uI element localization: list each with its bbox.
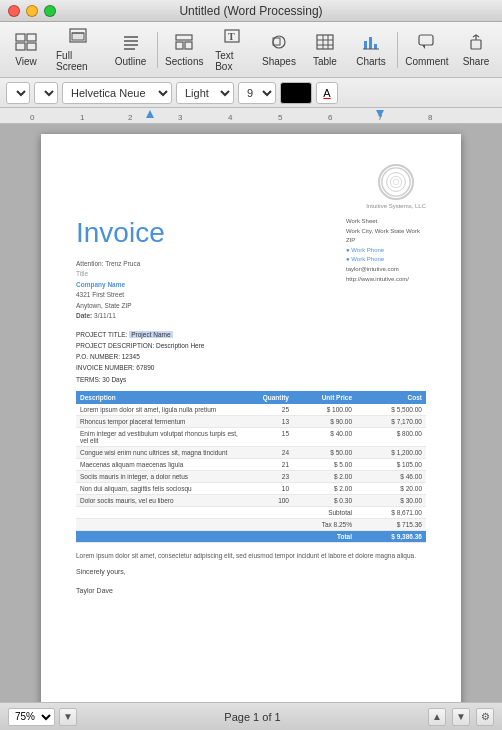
font-size-select[interactable]: 9 bbox=[238, 82, 276, 104]
textbox-icon: T bbox=[222, 27, 242, 48]
subtotal-value: $ 8,671.00 bbox=[356, 506, 426, 518]
subtotal-label: Subtotal bbox=[76, 506, 356, 518]
fullscreen-icon bbox=[68, 27, 88, 48]
svg-rect-11 bbox=[176, 35, 192, 40]
svg-rect-13 bbox=[185, 42, 192, 49]
indent-dropdown[interactable]: a bbox=[34, 82, 58, 104]
project-title-line: PROJECT TITLE: Project Name bbox=[76, 329, 426, 340]
svg-rect-23 bbox=[364, 41, 367, 49]
svg-text:1: 1 bbox=[80, 113, 85, 122]
fullscreen-label: Full Screen bbox=[56, 50, 101, 72]
shapes-label: Shapes bbox=[262, 56, 296, 67]
svg-point-47 bbox=[393, 179, 399, 185]
svg-rect-18 bbox=[317, 35, 333, 49]
table-row: Dolor sociis mauris, vel eu libero100$ 0… bbox=[76, 494, 426, 506]
svg-rect-24 bbox=[369, 37, 372, 49]
svg-marker-28 bbox=[422, 45, 425, 49]
toolbar-shapes[interactable]: Shapes bbox=[257, 26, 301, 74]
table-row: Non dui aliquam, sagittis felis sociosqu… bbox=[76, 482, 426, 494]
svg-rect-29 bbox=[471, 40, 481, 49]
titlebar: Untitled (Word Processing) bbox=[0, 0, 502, 22]
project-po-line: P.O. NUMBER: 12345 bbox=[76, 351, 426, 362]
window-controls bbox=[8, 5, 56, 17]
invoice-table: Description Quantity Unit Price Cost Lor… bbox=[76, 391, 426, 543]
toolbar-textbox[interactable]: T Text Box bbox=[209, 26, 255, 74]
table-row: Sociis mauris in integer, a dolor netus2… bbox=[76, 470, 426, 482]
font-style-select[interactable]: Light bbox=[176, 82, 234, 104]
table-row: Congue wisi enim nunc ultrices sit, magn… bbox=[76, 446, 426, 458]
zoom-down-button[interactable]: ▼ bbox=[59, 708, 77, 726]
sidebar-info: Work Sheet Work City, Work State Work ZI… bbox=[346, 217, 426, 321]
toolbar-outline[interactable]: Outline bbox=[109, 26, 153, 74]
table-icon bbox=[315, 33, 335, 54]
col-cost: Cost bbox=[356, 391, 426, 404]
separator-1 bbox=[157, 32, 158, 68]
table-row: Lorem ipsum dolor sit amet, ligula nulla… bbox=[76, 404, 426, 416]
svg-point-45 bbox=[387, 173, 406, 192]
project-invoice-line: INVOICE NUMBER: 67890 bbox=[76, 362, 426, 373]
prev-page-button[interactable]: ▲ bbox=[428, 708, 446, 726]
tax-label: Tax 8.25% bbox=[76, 518, 356, 530]
outline-label: Outline bbox=[115, 56, 147, 67]
attention-line: Attention: Trenz Pruca bbox=[76, 259, 330, 269]
table-row: Enim integer ad vestibulum volutpat rhon… bbox=[76, 427, 426, 446]
zoom-select[interactable]: 75% bbox=[8, 708, 55, 726]
svg-text:T: T bbox=[228, 31, 235, 42]
view-icon bbox=[15, 33, 37, 54]
share-icon bbox=[466, 33, 486, 54]
project-terms-line: TERMS: 30 Days bbox=[76, 374, 426, 385]
svg-rect-31 bbox=[0, 108, 502, 124]
comment-label: Comment bbox=[405, 56, 448, 67]
date-line: Date: 3/11/11 bbox=[76, 311, 330, 321]
sincerely: Sincerely yours, bbox=[76, 568, 426, 575]
next-page-button[interactable]: ▼ bbox=[452, 708, 470, 726]
page-info: Page 1 of 1 bbox=[224, 711, 280, 723]
toolbar-table[interactable]: Table bbox=[303, 26, 347, 74]
signature: Taylor Dave bbox=[76, 587, 426, 594]
maximize-button[interactable] bbox=[44, 5, 56, 17]
minimize-button[interactable] bbox=[26, 5, 38, 17]
svg-text:4: 4 bbox=[228, 113, 233, 122]
svg-rect-25 bbox=[374, 44, 377, 49]
textbox-label: Text Box bbox=[215, 50, 249, 72]
col-description: Description bbox=[76, 391, 251, 404]
settings-button[interactable]: ⚙ bbox=[476, 708, 494, 726]
ruler: 0 1 2 3 4 5 6 7 8 bbox=[0, 108, 502, 124]
logo-company: Intuitive Systems, LLC bbox=[366, 203, 426, 209]
status-right: ▲ ▼ ⚙ bbox=[428, 708, 494, 726]
share-label: Share bbox=[463, 56, 490, 67]
project-info: PROJECT TITLE: Project Name PROJECT DESC… bbox=[76, 329, 426, 384]
toolbar-comment[interactable]: Comment bbox=[402, 26, 452, 74]
font-color-label[interactable]: A bbox=[316, 82, 338, 104]
toolbar-view[interactable]: View bbox=[4, 26, 48, 74]
tax-value: $ 715.36 bbox=[356, 518, 426, 530]
invoice-title: Invoice bbox=[76, 217, 330, 249]
font-color-box[interactable] bbox=[280, 82, 312, 104]
style-dropdown[interactable]: a bbox=[6, 82, 30, 104]
total-label: Total bbox=[76, 530, 356, 542]
table-row: Maecenas aliquam maecenas ligula21$ 5.00… bbox=[76, 458, 426, 470]
toolbar-charts[interactable]: Charts bbox=[349, 26, 393, 74]
document-page: Intuitive Systems, LLC Invoice Attention… bbox=[41, 134, 461, 702]
toolbar-share[interactable]: Share bbox=[454, 26, 498, 74]
shapes-icon bbox=[269, 33, 289, 54]
toolbar: View Full Screen Outline Sections T Text… bbox=[0, 22, 502, 78]
main-area: Intuitive Systems, LLC Invoice Attention… bbox=[0, 124, 502, 702]
svg-rect-3 bbox=[27, 43, 36, 50]
font-select[interactable]: Helvetica Neue bbox=[62, 82, 172, 104]
statusbar: 75% ▼ Page 1 of 1 ▲ ▼ ⚙ bbox=[0, 702, 502, 730]
svg-text:5: 5 bbox=[278, 113, 283, 122]
svg-text:8: 8 bbox=[428, 113, 433, 122]
svg-rect-5 bbox=[72, 33, 84, 40]
charts-label: Charts bbox=[356, 56, 385, 67]
close-button[interactable] bbox=[8, 5, 20, 17]
toolbar-sections[interactable]: Sections bbox=[161, 26, 207, 74]
status-left: 75% ▼ bbox=[8, 708, 77, 726]
svg-point-46 bbox=[390, 176, 401, 187]
toolbar-fullscreen[interactable]: Full Screen bbox=[50, 26, 107, 74]
footer-text: Lorem ipsum dolor sit amet, consectetur … bbox=[76, 551, 426, 561]
svg-text:6: 6 bbox=[328, 113, 333, 122]
view-label: View bbox=[15, 56, 37, 67]
svg-text:3: 3 bbox=[178, 113, 183, 122]
formatbar: a a Helvetica Neue Light 9 A bbox=[0, 78, 502, 108]
